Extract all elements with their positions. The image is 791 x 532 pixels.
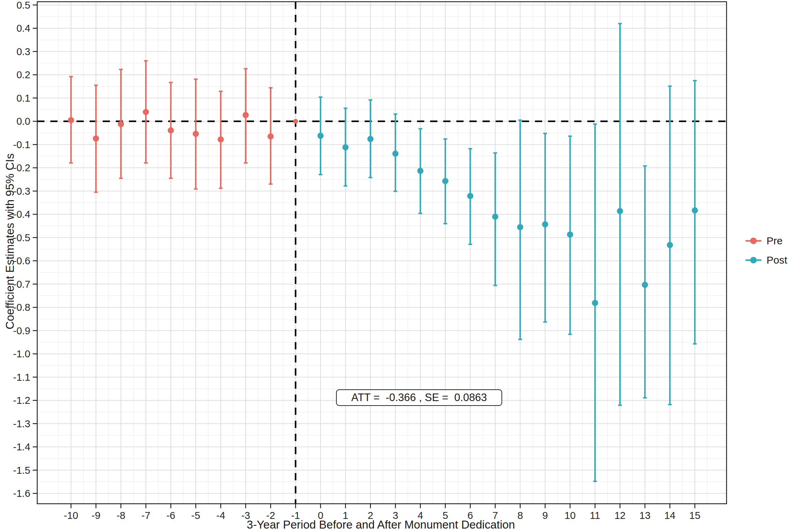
point-marker [467,193,473,199]
post-series-key-icon [744,256,762,265]
panel-background [37,2,727,504]
y-tick-label: 0.0 [17,116,30,127]
point-marker [442,178,448,184]
point-marker [592,300,598,306]
point-marker [367,136,374,142]
point-marker [118,121,124,127]
point-marker [692,207,698,214]
legend-label-pre: Pre [767,235,783,247]
y-tick-label: 0.4 [17,23,30,34]
y-tick-label: 0.3 [17,46,30,57]
y-tick-label: -1.4 [13,441,30,452]
plot-panel: -10-9-8-7-6-5-4-3-2-10123456789101112131… [0,0,791,532]
point-marker [168,127,174,133]
event-study-figure: -10-9-8-7-6-5-4-3-2-10123456789101112131… [0,0,791,532]
y-tick-label: -1.5 [13,465,30,476]
point-marker [567,232,573,238]
y-tick-label: -0.1 [13,139,30,150]
y-tick-label: 0.1 [17,93,30,104]
point-marker [143,109,149,115]
y-tick-label: 0.5 [17,0,30,11]
point-marker [68,117,74,123]
legend: Pre Post [744,235,787,266]
point-marker [492,214,498,220]
point-marker [617,208,623,214]
y-tick-label: 0.2 [17,69,30,80]
point-marker [417,168,424,174]
y-tick-label: -1.1 [13,372,30,383]
point-marker [342,144,348,151]
point-marker [542,221,548,227]
point-marker [267,133,274,140]
point-marker [293,119,298,124]
point-marker [317,133,324,139]
legend-item-pre: Pre [744,235,787,247]
point-marker [243,112,249,118]
att-annotation-box: ATT = -0.366 , SE = 0.0863 [336,389,502,406]
pre-series-key-icon [744,236,762,245]
point-marker [667,242,673,248]
y-tick-label: -1.3 [13,418,30,429]
y-tick-label: -1.0 [13,348,30,359]
y-tick-label: -1.6 [13,488,30,499]
point-marker [193,131,199,137]
x-axis-title: 3-Year Period Before and After Monument … [0,519,762,530]
point-marker [517,224,523,230]
point-marker [217,136,224,143]
y-tick-label: -1.2 [13,395,30,406]
legend-label-post: Post [767,254,787,266]
point-marker [642,282,648,288]
point-marker [93,135,99,142]
legend-item-post: Post [744,254,787,266]
point-marker [392,151,398,157]
y-axis-title: Coefficient Estimates with 95% CIs [4,121,16,362]
